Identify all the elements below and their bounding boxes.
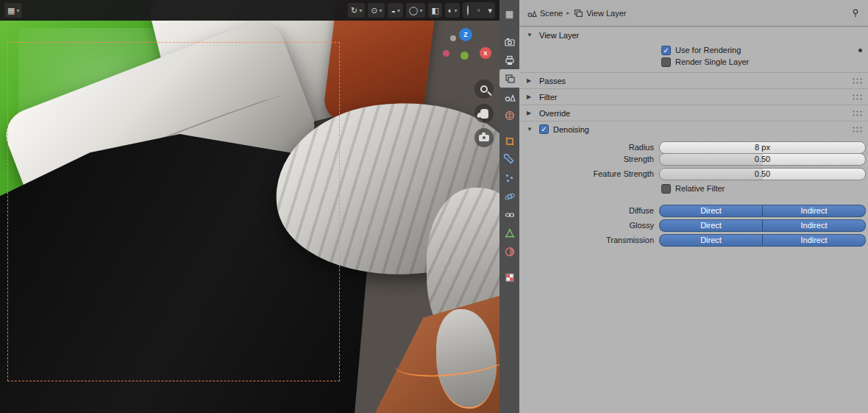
wrench-icon [504, 154, 516, 166]
diffuse-row: Diffuse Direct Indirect [519, 203, 868, 218]
panel-drag-grip[interactable] [852, 110, 862, 116]
panel-header-passes[interactable]: ▶ Passes [519, 72, 868, 88]
diffuse-direct-button[interactable]: Direct [659, 205, 763, 217]
relative-filter-label: Relative Filter [675, 184, 725, 193]
glossy-row: Glossy Direct Indirect [519, 218, 868, 233]
diffuse-indirect-button[interactable]: Indirect [763, 205, 866, 217]
tab-physics[interactable] [499, 187, 519, 205]
tab-modifiers[interactable] [499, 150, 519, 169]
tab-object[interactable] [499, 132, 519, 150]
pan-button[interactable] [474, 104, 494, 123]
overlays-toggle[interactable]: ◐ ▾ [445, 3, 460, 18]
transmission-direct-button[interactable]: Direct [659, 234, 763, 247]
transmission-buttons: Direct Indirect [659, 234, 866, 247]
properties-editor-type-button[interactable]: ▦ [499, 4, 519, 24]
pin-icon[interactable] [850, 8, 861, 18]
glossy-direct-button[interactable]: Direct [659, 219, 763, 232]
tab-scene[interactable] [499, 88, 519, 106]
panel-closed-icon: ▶ [527, 77, 535, 84]
editor-type-icon: ▦ [505, 9, 513, 19]
slider-fill [660, 154, 763, 165]
breadcrumb-scene-label: Scene [540, 9, 563, 18]
breadcrumb: Scene ▸ View Layer [519, 0, 868, 27]
panel-drag-grip[interactable] [852, 77, 862, 84]
camera-view-button[interactable] [474, 128, 494, 147]
zoom-button[interactable] [474, 80, 494, 99]
pivot-icon: ⊙ [371, 7, 377, 15]
navigation-gizmo[interactable]: Z X [438, 22, 499, 87]
tab-material[interactable] [499, 242, 519, 261]
diffuse-buttons: Direct Indirect [659, 205, 866, 217]
panel-header-view-layer[interactable]: ▼ View Layer [519, 27, 868, 43]
gizmo-z-axis[interactable]: Z [459, 28, 472, 41]
viewport-nav-tools [474, 80, 495, 147]
properties-tab-rail: ▦ [499, 0, 519, 413]
glossy-buttons: Direct Indirect [659, 219, 866, 232]
shading-wireframe-button[interactable] [466, 4, 470, 16]
strength-value: 0.50 [755, 155, 770, 163]
texture-checker-icon [504, 272, 516, 283]
overlays-icon: ◐ [448, 7, 453, 15]
panel-header-denoising[interactable]: ▼ ✓ Denoising [519, 121, 868, 137]
chevron-down-icon: ▾ [419, 7, 422, 14]
breadcrumb-view-layer-label: View Layer [586, 9, 626, 18]
feature-strength-slider[interactable]: 0.50 [659, 168, 866, 180]
use-for-rendering-label: Use for Rendering [675, 46, 741, 54]
transmission-label: Transmission [519, 236, 659, 244]
panel-header-filter[interactable]: ▶ Filter [519, 88, 868, 105]
radius-label: Radius [519, 143, 659, 152]
xray-toggle[interactable]: ◧ [428, 3, 441, 18]
radius-number-field[interactable]: 8 px [659, 141, 866, 154]
tab-constraints[interactable] [499, 205, 519, 224]
tab-output[interactable] [499, 51, 519, 69]
tab-particles[interactable] [499, 169, 519, 187]
gizmo-neg-y-axis[interactable] [450, 35, 456, 41]
feature-strength-row: Feature Strength 0.50 [519, 166, 868, 181]
pivot-point-button[interactable]: ⊙ ▾ [368, 3, 385, 18]
tab-texture[interactable] [499, 268, 519, 286]
snap-button[interactable]: ◒ ▾ [388, 3, 403, 18]
gizmo-x-axis[interactable]: X [480, 47, 491, 59]
editor-type-icon: ▦ [7, 7, 15, 15]
panel-closed-icon: ▶ [527, 93, 535, 100]
relative-filter-checkbox[interactable] [661, 184, 671, 194]
tab-view-layer[interactable] [499, 69, 519, 88]
use-for-rendering-checkbox[interactable]: ✓ [661, 46, 671, 55]
camera-icon [479, 135, 489, 141]
strength-slider[interactable]: 0.50 [659, 153, 866, 166]
view-layer-images-icon [573, 8, 583, 18]
chevron-down-icon: ▾ [379, 7, 382, 14]
particles-icon [504, 172, 516, 184]
transmission-indirect-button[interactable]: Indirect [763, 234, 866, 247]
tab-object-data[interactable] [499, 224, 519, 242]
breadcrumb-scene[interactable]: Scene [527, 8, 563, 18]
panel-drag-grip[interactable] [852, 126, 862, 133]
shading-solid-button[interactable] [472, 9, 475, 12]
shading-rendered-button[interactable] [483, 9, 485, 12]
panel-header-override[interactable]: ▶ Override [519, 105, 868, 121]
glossy-indirect-button[interactable]: Indirect [763, 219, 866, 232]
tab-render[interactable] [499, 32, 519, 51]
proportional-icon: ◯ [409, 7, 418, 15]
proportional-editing-button[interactable]: ◯ ▾ [406, 3, 425, 18]
shading-material-preview-button[interactable] [477, 9, 480, 12]
xray-icon: ◧ [431, 7, 438, 15]
physics-orbit-icon [504, 191, 516, 202]
transform-orientation-button[interactable]: ↻ ▾ [348, 3, 365, 18]
object-square-icon [504, 135, 516, 147]
material-sphere-icon [504, 246, 516, 258]
editor-type-button[interactable]: ▦ ▾ [4, 3, 22, 18]
denoising-checkbox[interactable]: ✓ [539, 124, 549, 134]
feature-strength-value: 0.50 [755, 169, 770, 178]
gizmo-y-axis[interactable] [460, 52, 469, 60]
panel-drag-grip[interactable] [852, 93, 862, 100]
radius-row: Radius 8 px [519, 137, 868, 152]
scene-icon [504, 91, 516, 103]
3d-viewport[interactable]: ▦ ▾ ↻ ▾ ⊙ ▾ ◒ ▾ ◯ ▾ ◧ [0, 0, 499, 413]
panel-open-icon: ▼ [527, 126, 535, 133]
gizmo-neg-x-axis[interactable] [443, 50, 449, 57]
keyframe-decorator-dot[interactable] [858, 49, 862, 52]
breadcrumb-view-layer[interactable]: View Layer [573, 8, 626, 18]
render-single-layer-checkbox[interactable] [661, 57, 671, 67]
tab-world[interactable] [499, 106, 519, 124]
